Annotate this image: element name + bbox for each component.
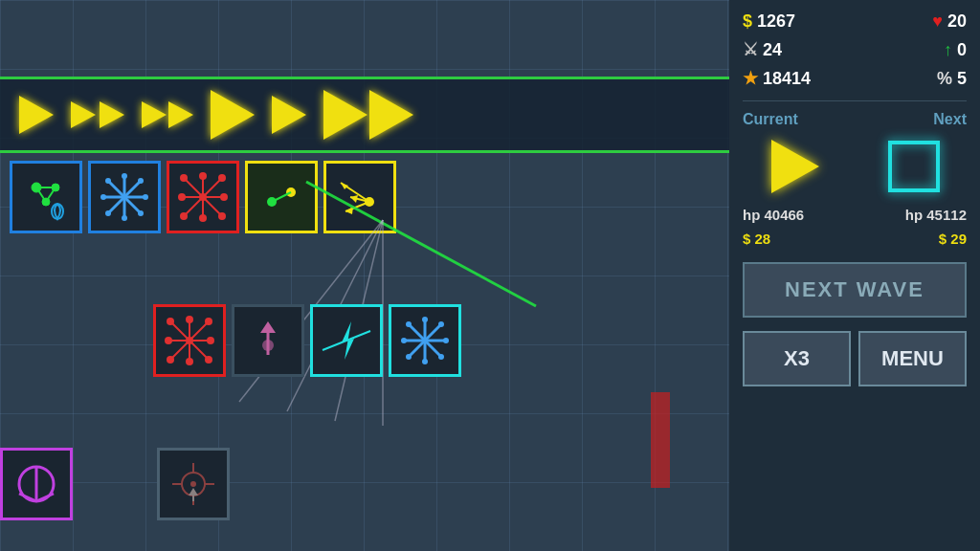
enemy-4: [211, 90, 255, 140]
current-label: Current: [743, 111, 798, 128]
svg-point-96: [190, 481, 196, 487]
enemy-preview-row: [743, 140, 967, 193]
bottom-buttons: X3 MENU: [743, 331, 967, 386]
next-enemy-preview: [888, 141, 940, 192]
tower-splash[interactable]: [167, 161, 239, 233]
tower-water[interactable]: [10, 161, 82, 233]
svg-point-17: [138, 178, 144, 184]
svg-point-13: [100, 194, 106, 200]
arrow-value: 0: [957, 40, 967, 60]
stats-row-3: ★ 18414 % 5: [743, 68, 967, 89]
svg-line-22: [203, 178, 222, 197]
tower-crosshair[interactable]: [157, 448, 230, 520]
svg-point-27: [218, 212, 226, 220]
hp-price-row: hp 40466 hp 45112: [743, 207, 967, 223]
enemy-6: [323, 90, 413, 140]
svg-line-26: [203, 197, 222, 216]
svg-point-80: [443, 338, 449, 343]
svg-point-78: [422, 359, 428, 364]
svg-line-24: [184, 197, 203, 216]
tower-row-1: [10, 161, 396, 233]
svg-marker-69: [260, 321, 276, 333]
divider-1: [743, 100, 967, 101]
enemy-path: [0, 77, 729, 153]
right-panel: $ 1267 ♥ 20 ⚔ 24 ↑ 0 ★ 18414 % 5 Current: [729, 0, 980, 551]
svg-line-5: [46, 187, 56, 202]
sword-value: 24: [763, 40, 782, 60]
money-stat: $ 1267: [743, 11, 795, 32]
star-stat: ★ 18414: [743, 68, 811, 89]
health-bar: [651, 392, 670, 488]
tower-lightning[interactable]: [310, 304, 383, 377]
current-enemy-preview: [771, 140, 819, 193]
svg-point-82: [438, 354, 444, 360]
svg-point-25: [180, 212, 188, 220]
stats-row-2: ⚔ 24 ↑ 0: [743, 39, 967, 60]
enemy-3: [142, 101, 193, 128]
svg-marker-95: [189, 488, 198, 496]
percent-stat: % 5: [937, 69, 967, 89]
tower-burst-2[interactable]: [153, 304, 226, 377]
svg-point-61: [186, 316, 193, 323]
arrow-stat: ↑ 0: [944, 40, 967, 60]
tower-freeze-2[interactable]: [389, 304, 461, 377]
svg-point-65: [207, 337, 214, 344]
enemy-5: [272, 96, 306, 134]
spacer-1: [78, 448, 151, 520]
tower-row-3: [0, 448, 230, 520]
svg-point-55: [205, 318, 212, 325]
percent-value: 5: [957, 69, 967, 89]
tower-arrow[interactable]: [323, 161, 396, 233]
svg-point-35: [220, 193, 228, 201]
svg-point-77: [422, 317, 428, 322]
star-icon: ★: [743, 68, 758, 89]
next-price: $ 29: [939, 231, 967, 247]
svg-point-16: [138, 210, 144, 216]
sword-icon: ⚔: [743, 39, 758, 60]
svg-line-54: [189, 321, 209, 341]
current-price: $ 28: [743, 231, 770, 247]
tower-peace[interactable]: [0, 448, 73, 520]
svg-line-58: [189, 341, 209, 360]
money-value: 1267: [757, 11, 795, 32]
svg-marker-45: [350, 195, 358, 203]
svg-point-15: [105, 178, 111, 184]
svg-line-52: [170, 321, 189, 341]
arrow-icon: ↑: [944, 40, 952, 60]
svg-point-11: [122, 173, 127, 179]
star-value: 18414: [763, 69, 811, 89]
tower-row-2: [153, 304, 461, 377]
game-area: [0, 0, 729, 551]
next-wave-button[interactable]: NEXT WAVE: [743, 262, 967, 318]
svg-point-21: [180, 174, 188, 182]
enemy-1: [19, 96, 54, 134]
svg-point-67: [186, 358, 193, 365]
svg-point-53: [167, 318, 174, 325]
tower-chain[interactable]: [245, 161, 318, 233]
svg-point-14: [143, 194, 148, 200]
svg-point-18: [105, 210, 111, 216]
svg-line-56: [170, 341, 189, 360]
heart-icon: ♥: [932, 11, 943, 32]
stats-row-1: $ 1267 ♥ 20: [743, 11, 967, 32]
current-hp: hp 40466: [743, 207, 804, 223]
tower-empty-1[interactable]: [232, 304, 304, 377]
svg-point-23: [218, 174, 226, 182]
price-row: $ 28 $ 29: [743, 231, 967, 247]
sword-stat: ⚔ 24: [743, 39, 782, 60]
menu-button[interactable]: MENU: [858, 331, 967, 386]
svg-point-59: [205, 356, 212, 364]
svg-point-83: [438, 321, 444, 327]
current-next-labels: Current Next: [743, 111, 967, 128]
svg-point-70: [262, 340, 274, 351]
x3-button[interactable]: X3: [743, 331, 851, 386]
svg-line-20: [184, 178, 203, 197]
dollar-icon: $: [743, 11, 752, 32]
svg-point-57: [167, 356, 174, 364]
svg-point-63: [165, 337, 172, 344]
tower-freeze[interactable]: [88, 161, 161, 233]
next-label: Next: [933, 111, 967, 128]
svg-point-81: [406, 321, 412, 327]
percent-icon: %: [937, 69, 952, 89]
svg-line-38: [272, 192, 291, 202]
